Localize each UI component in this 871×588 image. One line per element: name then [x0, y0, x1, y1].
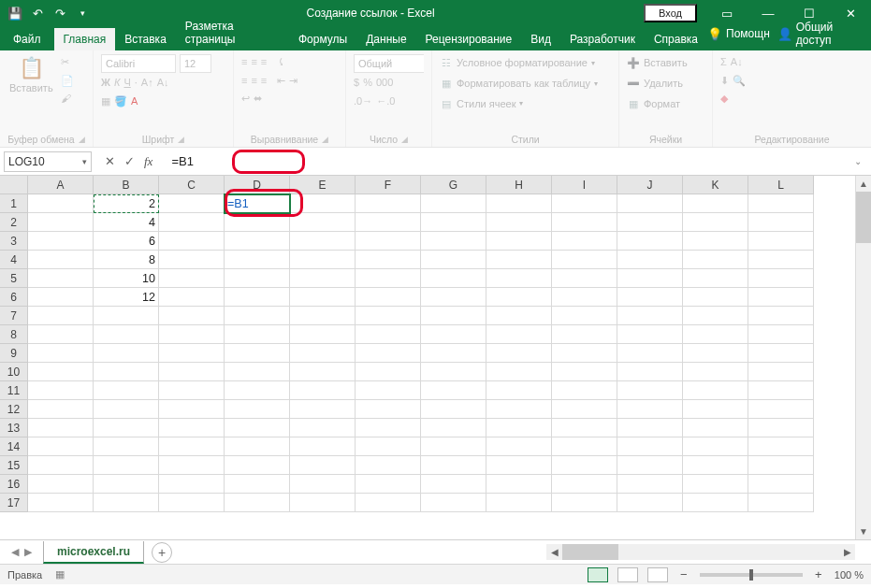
cell-F10[interactable] [356, 363, 421, 381]
tell-me[interactable]: 💡Помощн [707, 27, 770, 41]
cell-L1[interactable] [748, 194, 814, 213]
cell-D1[interactable]: =B1 [225, 194, 290, 213]
cell-L3[interactable] [748, 232, 814, 251]
cell-H15[interactable] [486, 456, 552, 475]
cell-E12[interactable] [290, 400, 356, 419]
cell-I16[interactable] [552, 475, 617, 494]
vscroll-thumb[interactable] [856, 192, 871, 243]
cell-E14[interactable] [290, 437, 356, 456]
cell-L10[interactable] [748, 363, 814, 381]
align-center-icon[interactable]: ≡ [251, 73, 256, 90]
bold-icon[interactable]: Ж [101, 75, 110, 92]
cell-C14[interactable] [159, 437, 225, 456]
redo-icon[interactable]: ↷ [52, 6, 67, 21]
cell-K10[interactable] [683, 363, 748, 381]
new-sheet-button[interactable]: + [152, 542, 172, 563]
cell-L8[interactable] [748, 325, 814, 344]
formula-input[interactable]: =B1 [166, 151, 849, 172]
name-box-dropdown-icon[interactable]: ▾ [82, 157, 87, 166]
column-header-K[interactable]: K [683, 176, 748, 194]
cell-F15[interactable] [356, 456, 421, 475]
cell-F1[interactable] [356, 194, 421, 213]
cells-area[interactable]: 2=B14681012 [28, 194, 814, 512]
cell-J10[interactable] [617, 363, 683, 381]
cell-C16[interactable] [159, 475, 225, 494]
cell-L13[interactable] [748, 419, 814, 437]
cell-G8[interactable] [421, 325, 486, 344]
cell-E3[interactable] [290, 232, 356, 251]
cancel-icon[interactable]: ✕ [105, 154, 115, 168]
cell-I9[interactable] [552, 344, 617, 363]
indent-dec-icon[interactable]: ⇤ [277, 73, 285, 90]
cell-J8[interactable] [617, 325, 683, 344]
cell-H13[interactable] [486, 419, 552, 437]
cell-E2[interactable] [290, 213, 356, 232]
cell-E4[interactable] [290, 251, 356, 269]
cell-D11[interactable] [225, 381, 290, 400]
align-top-icon[interactable]: ≡ [241, 54, 247, 71]
cell-H10[interactable] [486, 363, 552, 381]
row-header-11[interactable]: 11 [0, 381, 28, 400]
clear-icon[interactable]: ◆ [720, 91, 728, 108]
cell-D15[interactable] [225, 456, 290, 475]
italic-icon[interactable]: К [114, 75, 120, 92]
cell-J7[interactable] [617, 307, 683, 325]
cell-D17[interactable] [225, 494, 290, 512]
cell-I6[interactable] [552, 288, 617, 307]
cell-I7[interactable] [552, 307, 617, 325]
increase-decimal-icon[interactable]: .0→ [354, 93, 372, 110]
cell-C5[interactable] [159, 269, 225, 288]
cell-K3[interactable] [683, 232, 748, 251]
cell-I1[interactable] [552, 194, 617, 213]
cell-A3[interactable] [28, 232, 94, 251]
cell-C3[interactable] [159, 232, 225, 251]
font-name-select[interactable] [101, 54, 176, 73]
cell-C9[interactable] [159, 344, 225, 363]
cell-B12[interactable] [94, 400, 159, 419]
cell-L2[interactable] [748, 213, 814, 232]
cell-L16[interactable] [748, 475, 814, 494]
cell-I10[interactable] [552, 363, 617, 381]
merge-icon[interactable]: ⬌ [254, 91, 262, 108]
cell-G5[interactable] [421, 269, 486, 288]
format-as-table-button[interactable]: ▦Форматировать как таблицу▾ [440, 75, 598, 93]
scroll-right-icon[interactable]: ▶ [839, 547, 855, 557]
cell-L17[interactable] [748, 494, 814, 512]
cell-I13[interactable] [552, 419, 617, 437]
cell-A11[interactable] [28, 381, 94, 400]
tab-file[interactable]: Файл [0, 28, 54, 50]
cell-G17[interactable] [421, 494, 486, 512]
cell-G14[interactable] [421, 437, 486, 456]
cell-I12[interactable] [552, 400, 617, 419]
cell-K9[interactable] [683, 344, 748, 363]
column-header-C[interactable]: C [159, 176, 225, 194]
percent-icon[interactable]: % [363, 75, 372, 92]
copy-icon[interactable]: 📄 [61, 73, 74, 90]
cell-F13[interactable] [356, 419, 421, 437]
tab-home[interactable]: Главная [54, 28, 116, 50]
font-size-select[interactable] [180, 54, 211, 73]
cell-D2[interactable] [225, 213, 290, 232]
cell-I2[interactable] [552, 213, 617, 232]
number-launcher-icon[interactable]: ◢ [401, 135, 408, 144]
cell-B2[interactable]: 4 [94, 213, 159, 232]
zoom-thumb[interactable] [749, 569, 753, 581]
row-header-8[interactable]: 8 [0, 325, 28, 344]
cell-E10[interactable] [290, 363, 356, 381]
cell-A15[interactable] [28, 456, 94, 475]
cell-K16[interactable] [683, 475, 748, 494]
orientation-icon[interactable]: ⤹ [277, 54, 285, 71]
column-header-F[interactable]: F [356, 176, 421, 194]
cell-L6[interactable] [748, 288, 814, 307]
cell-F2[interactable] [356, 213, 421, 232]
sheet-nav-prev-icon[interactable]: ◀ [11, 546, 19, 558]
cell-F17[interactable] [356, 494, 421, 512]
row-header-10[interactable]: 10 [0, 363, 28, 381]
cell-K15[interactable] [683, 456, 748, 475]
column-header-H[interactable]: H [486, 176, 552, 194]
cell-A13[interactable] [28, 419, 94, 437]
format-painter-icon[interactable]: 🖌 [61, 91, 74, 108]
font-color-icon[interactable]: A [131, 93, 138, 110]
cell-K1[interactable] [683, 194, 748, 213]
cell-J14[interactable] [617, 437, 683, 456]
